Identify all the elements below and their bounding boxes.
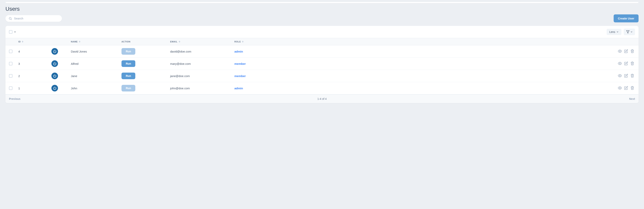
svg-marker-6 [79, 42, 80, 42]
th-action: ACTION [120, 38, 168, 45]
row-checkbox[interactable] [9, 50, 12, 53]
power-icon [53, 86, 56, 90]
cell-name: David Jones [71, 50, 87, 53]
view-button[interactable] [618, 74, 622, 78]
power-icon [53, 62, 56, 66]
cell-role[interactable]: member [234, 74, 246, 78]
run-button[interactable]: Run [122, 60, 135, 67]
run-button[interactable]: Run [122, 48, 135, 55]
th-avatar [50, 38, 69, 45]
svg-line-1 [11, 19, 12, 20]
view-button[interactable] [618, 49, 622, 54]
trash-icon [630, 62, 634, 66]
th-email-label: EMAIL [170, 40, 178, 43]
edit-button[interactable] [624, 49, 628, 54]
trash-icon [630, 74, 634, 78]
table-row: 2JaneRunjane@doe.commember [6, 70, 638, 82]
edit-icon [624, 74, 628, 78]
users-table-card: Lens ID [6, 26, 638, 103]
svg-marker-4 [22, 42, 23, 42]
th-role[interactable]: ROLE [232, 38, 272, 45]
eye-icon [618, 74, 622, 78]
edit-button[interactable] [624, 62, 628, 66]
cell-id: 1 [18, 86, 20, 90]
edit-button[interactable] [624, 86, 628, 90]
users-table: ID NAME [6, 38, 638, 94]
delete-button[interactable] [630, 74, 634, 78]
cell-role[interactable]: admin [234, 50, 243, 53]
svg-point-12 [620, 50, 620, 52]
th-role-label: ROLE [234, 40, 241, 43]
cell-name: Jane [71, 74, 77, 78]
chevron-down-icon [630, 31, 633, 33]
svg-marker-8 [179, 42, 180, 42]
eye-icon [618, 86, 622, 90]
chevron-down-icon [616, 31, 619, 33]
cell-role[interactable]: member [234, 62, 246, 66]
avatar [52, 48, 58, 55]
sort-icon [179, 41, 180, 42]
next-button[interactable]: Next [629, 97, 635, 100]
th-ops [272, 38, 638, 45]
trash-icon [630, 86, 634, 90]
row-checkbox[interactable] [9, 86, 12, 90]
svg-point-16 [620, 75, 620, 76]
row-checkbox[interactable] [9, 74, 12, 78]
delete-button[interactable] [630, 86, 634, 90]
cell-email: mary@doe.com [170, 62, 191, 66]
sort-icon [79, 41, 80, 42]
cell-email: john@doe.com [170, 86, 190, 90]
cell-role[interactable]: admin [234, 86, 243, 90]
page-title: Users [6, 6, 638, 12]
delete-button[interactable] [630, 49, 634, 54]
avatar [52, 60, 58, 67]
search-field[interactable] [6, 15, 62, 22]
table-row: 3AlfredRunmary@doe.commember [6, 58, 638, 70]
trash-icon [630, 49, 634, 53]
run-button[interactable]: Run [122, 72, 135, 79]
cell-email: david@doe.com [170, 50, 191, 53]
th-action-label: ACTION [122, 40, 130, 43]
sort-icon [22, 41, 23, 42]
row-checkbox[interactable] [9, 62, 12, 66]
avatar [52, 72, 58, 79]
table-toolbar: Lens [6, 26, 638, 38]
table-footer: Previous 1-4 of 4 Next [6, 94, 638, 103]
filter-icon [626, 30, 630, 34]
power-icon [53, 50, 56, 53]
sort-icon [242, 41, 244, 42]
search-icon [8, 17, 12, 20]
header-row: Create User [6, 14, 638, 22]
eye-icon [618, 49, 622, 53]
power-icon [53, 74, 56, 78]
delete-button[interactable] [630, 62, 634, 66]
select-menu-chevron[interactable] [14, 30, 16, 33]
avatar [52, 85, 58, 92]
view-button[interactable] [618, 86, 622, 90]
previous-button[interactable]: Previous [9, 97, 20, 100]
view-button[interactable] [618, 62, 622, 66]
edit-button[interactable] [624, 74, 628, 78]
th-checkbox [6, 38, 16, 45]
lens-button[interactable]: Lens [606, 29, 622, 35]
edit-icon [624, 86, 628, 90]
eye-icon [618, 62, 622, 66]
th-email[interactable]: EMAIL [168, 38, 232, 45]
svg-marker-2 [626, 30, 630, 33]
th-id-label: ID [18, 40, 21, 43]
select-all-checkbox[interactable] [9, 30, 12, 34]
lens-button-label: Lens [609, 30, 615, 34]
table-header-row: ID NAME [6, 38, 638, 45]
search-input[interactable] [14, 17, 59, 20]
create-user-button[interactable]: Create User [614, 14, 638, 22]
cell-email: jane@doe.com [170, 74, 190, 78]
svg-point-0 [9, 17, 11, 20]
th-id[interactable]: ID [16, 38, 50, 45]
svg-marker-10 [242, 42, 244, 42]
chevron-down-icon [14, 30, 16, 33]
th-name[interactable]: NAME [69, 38, 120, 45]
filter-button[interactable] [624, 28, 635, 35]
run-button[interactable]: Run [122, 85, 135, 92]
edit-icon [624, 49, 628, 53]
cell-id: 3 [18, 62, 20, 66]
